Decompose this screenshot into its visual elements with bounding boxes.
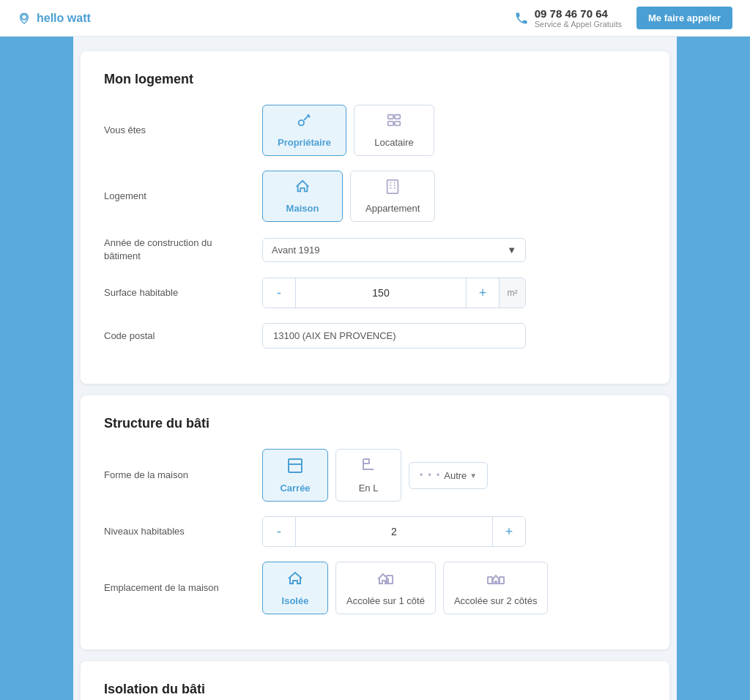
locataire-btn[interactable]: Locataire bbox=[354, 105, 434, 156]
header: hello watt 09 78 46 70 64 Service & Appe… bbox=[0, 0, 750, 37]
autre-label: Autre bbox=[444, 470, 467, 481]
cta-button[interactable]: Me faire appeler bbox=[636, 7, 732, 29]
emplacement-row: Emplacement de la maison Isolée bbox=[104, 562, 646, 614]
key-icon bbox=[296, 113, 312, 133]
en-l-btn[interactable]: En L bbox=[335, 449, 401, 502]
svg-rect-16 bbox=[488, 577, 492, 584]
card-structure: Structure du bâti Forme de la maison Car… bbox=[81, 395, 669, 649]
appartement-label: Appartement bbox=[365, 203, 420, 214]
building-icon bbox=[385, 179, 401, 198]
surface-number-input: - 150 + m² bbox=[262, 278, 526, 308]
surface-plus-btn[interactable]: + bbox=[467, 278, 499, 308]
niveaux-controls: - 2 + bbox=[262, 516, 526, 547]
logement-controls: Maison bbox=[262, 171, 435, 222]
side-left bbox=[0, 37, 73, 700]
vous-etes-row: Vous êtes Propriétaire bbox=[104, 105, 646, 156]
main-content: Mon logement Vous êtes Propriétaire bbox=[73, 37, 677, 700]
annee-value: Avant 1919 bbox=[272, 245, 320, 256]
niveaux-value: 2 bbox=[295, 517, 493, 546]
logo-text: hello watt bbox=[37, 12, 91, 25]
carree-icon bbox=[286, 457, 304, 478]
maison-label: Maison bbox=[286, 203, 319, 214]
forme-controls: Carrée En L • • • Autre bbox=[262, 449, 488, 502]
dropdown-arrow-icon: ▼ bbox=[507, 245, 516, 256]
appartement-btn[interactable]: Appartement bbox=[350, 171, 435, 222]
svg-rect-4 bbox=[388, 122, 393, 126]
structure-title: Structure du bâti bbox=[104, 416, 646, 431]
carree-label: Carrée bbox=[280, 483, 310, 494]
isolee-btn[interactable]: Isolée bbox=[262, 562, 328, 614]
annee-label: Année de construction du bâtiment bbox=[104, 237, 250, 263]
svg-rect-5 bbox=[395, 122, 400, 126]
isolee-label: Isolée bbox=[282, 595, 309, 606]
phone-section: 09 78 46 70 64 Service & Appel Gratuits bbox=[514, 7, 622, 29]
location-pin-icon bbox=[18, 12, 31, 25]
accolee1-btn[interactable]: Accolée sur 1 côté bbox=[335, 562, 436, 614]
card-logement: Mon logement Vous êtes Propriétaire bbox=[81, 51, 669, 384]
en-l-icon bbox=[360, 457, 377, 478]
phone-number: 09 78 46 70 64 bbox=[535, 7, 622, 20]
code-input[interactable] bbox=[262, 323, 526, 349]
logement-label: Logement bbox=[104, 190, 250, 203]
house-icon bbox=[294, 179, 311, 198]
accolee2-icon bbox=[487, 570, 505, 591]
svg-point-0 bbox=[21, 14, 26, 19]
autre-dropdown-icon: ▼ bbox=[469, 472, 477, 480]
niveaux-number-input: - 2 + bbox=[262, 516, 526, 547]
phone-info: 09 78 46 70 64 Service & Appel Gratuits bbox=[535, 7, 622, 29]
proprietaire-btn[interactable]: Propriétaire bbox=[262, 105, 346, 156]
header-right: 09 78 46 70 64 Service & Appel Gratuits … bbox=[514, 7, 732, 29]
surface-controls: - 150 + m² bbox=[262, 278, 526, 308]
proprietaire-label: Propriétaire bbox=[278, 137, 331, 148]
page-wrapper: Mon logement Vous êtes Propriétaire bbox=[0, 37, 750, 700]
surface-label: Surface habitable bbox=[104, 286, 250, 299]
person-icon bbox=[386, 113, 402, 133]
locataire-label: Locataire bbox=[374, 137, 413, 148]
emplacement-controls: Isolée Accolée sur 1 côté bbox=[262, 562, 548, 614]
phone-sub: Service & Appel Gratuits bbox=[535, 20, 622, 29]
logo: hello watt bbox=[18, 12, 91, 25]
niveaux-row: Niveaux habitables - 2 + bbox=[104, 516, 646, 547]
vous-etes-controls: Propriétaire Locataire bbox=[262, 105, 434, 156]
logement-title: Mon logement bbox=[104, 72, 646, 87]
isolee-icon bbox=[286, 570, 304, 591]
svg-rect-2 bbox=[388, 115, 393, 119]
autre-icon: • • • bbox=[420, 470, 441, 480]
phone-icon bbox=[514, 11, 529, 26]
emplacement-label: Emplacement de la maison bbox=[104, 581, 250, 595]
annee-row: Année de construction du bâtiment Avant … bbox=[104, 237, 646, 263]
code-label: Code postal bbox=[104, 329, 250, 343]
svg-rect-3 bbox=[395, 115, 400, 119]
isolation-title: Isolation du bâti bbox=[104, 682, 646, 697]
logement-row: Logement Maison bbox=[104, 171, 646, 222]
svg-rect-17 bbox=[500, 577, 504, 584]
surface-value: 150 bbox=[295, 278, 467, 308]
vous-etes-label: Vous êtes bbox=[104, 124, 250, 137]
forme-row: Forme de la maison Carrée bbox=[104, 449, 646, 502]
code-controls bbox=[262, 323, 526, 349]
autre-btn[interactable]: • • • Autre ▼ bbox=[409, 462, 488, 489]
forme-label: Forme de la maison bbox=[104, 469, 250, 482]
niveaux-label: Niveaux habitables bbox=[104, 525, 250, 538]
card-isolation: Isolation du bâti Dernière isolation des… bbox=[81, 661, 669, 700]
en-l-label: En L bbox=[359, 483, 379, 494]
carree-btn[interactable]: Carrée bbox=[262, 449, 328, 502]
niveaux-minus-btn[interactable]: - bbox=[263, 517, 295, 546]
side-right bbox=[677, 37, 750, 700]
accolee1-label: Accolée sur 1 côté bbox=[346, 595, 425, 606]
niveaux-plus-btn[interactable]: + bbox=[493, 517, 525, 546]
surface-unit: m² bbox=[499, 278, 525, 308]
accolee2-btn[interactable]: Accolée sur 2 côtés bbox=[443, 562, 548, 614]
svg-point-1 bbox=[299, 120, 304, 125]
code-row: Code postal bbox=[104, 323, 646, 349]
annee-controls: Avant 1919 ▼ bbox=[262, 238, 526, 262]
svg-rect-6 bbox=[387, 180, 398, 193]
surface-minus-btn[interactable]: - bbox=[263, 278, 295, 308]
annee-select[interactable]: Avant 1919 ▼ bbox=[262, 238, 526, 262]
maison-btn[interactable]: Maison bbox=[262, 171, 343, 222]
svg-rect-13 bbox=[289, 459, 302, 472]
accolee2-label: Accolée sur 2 côtés bbox=[454, 595, 537, 606]
surface-row: Surface habitable - 150 + m² bbox=[104, 278, 646, 308]
accolee1-icon bbox=[376, 570, 394, 591]
